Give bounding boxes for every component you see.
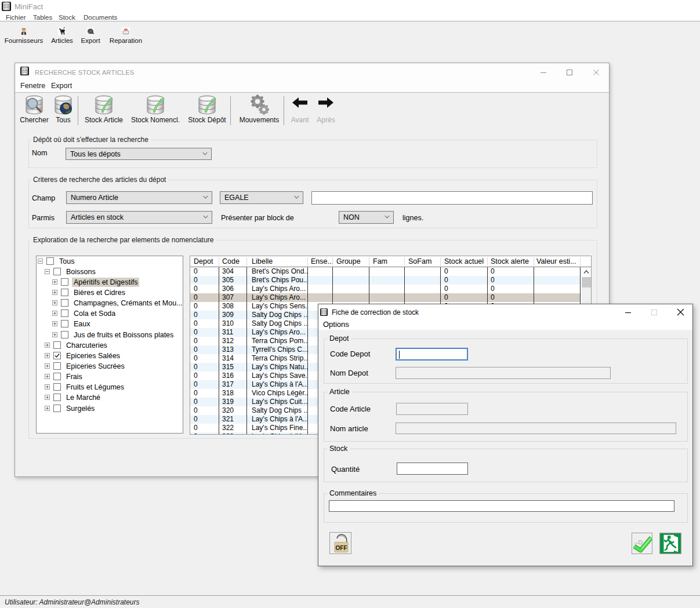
svg-text:OFF: OFF bbox=[336, 545, 347, 551]
